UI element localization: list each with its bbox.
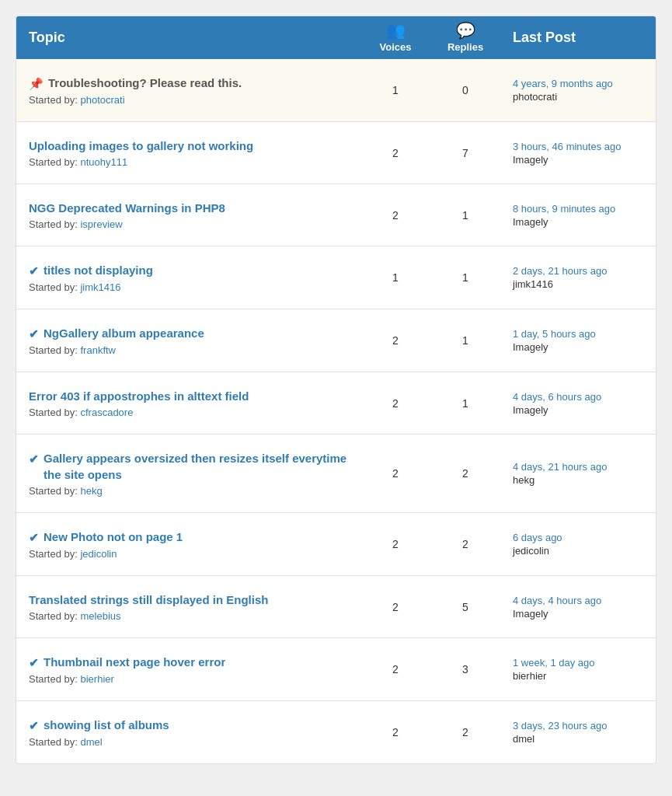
topic-title-link[interactable]: ✔ Thumbnail next page hover error	[29, 654, 348, 671]
voices-icon: 👥	[386, 23, 406, 38]
header-lastpost: Last Post	[500, 19, 656, 57]
voices-cell: 2	[360, 397, 430, 410]
resolved-icon: ✔	[29, 451, 39, 467]
starter-link[interactable]: dmel	[80, 736, 102, 748]
topic-title-text: NgGallery album appearance	[44, 325, 204, 341]
lastpost-cell: 4 days, 4 hours ago Imagely	[500, 588, 656, 626]
voices-cell: 2	[360, 209, 430, 222]
resolved-icon: ✔	[29, 529, 39, 546]
lastpost-author: Imagely	[513, 608, 643, 620]
topic-cell: ✔ New Photo not on page 1 Started by: je…	[16, 522, 360, 566]
starter-link[interactable]: photocrati	[80, 94, 124, 106]
lastpost-cell: 8 hours, 9 minutes ago Imagely	[500, 197, 656, 234]
topic-title-link[interactable]: Error 403 if appostrophes in alttext fie…	[29, 388, 348, 404]
lastpost-cell: 1 week, 1 day ago bierhier	[500, 651, 656, 688]
replies-cell: 5	[430, 601, 500, 613]
topic-cell: ✔ showing list of albums Started by: dme…	[16, 710, 360, 754]
replies-cell: 1	[430, 334, 500, 347]
topic-title-text: Gallery appears oversized then resizes i…	[44, 450, 348, 483]
topic-title-text: Uploading images to gallery not working	[29, 138, 253, 154]
replies-cell: 2	[430, 538, 500, 550]
replies-cell: 3	[430, 663, 500, 676]
replies-cell: 2	[430, 726, 500, 738]
replies-cell: 1	[430, 209, 500, 222]
table-row: NGG Deprecated Warnings in PHP8 Started …	[16, 184, 656, 246]
topic-starter: Started by: ntuohy111	[29, 156, 348, 168]
header-replies: 💬 Replies	[430, 16, 500, 59]
voices-cell: 2	[360, 147, 430, 159]
lastpost-author: Imagely	[513, 404, 643, 416]
lastpost-cell: 4 days, 21 hours ago hekg	[500, 455, 656, 492]
forum-table: Topic 👥 Voices 💬 Replies Last Post 📌 Tro…	[16, 16, 656, 764]
topic-cell: Uploading images to gallery not working …	[16, 131, 360, 174]
starter-link[interactable]: ispreview	[80, 218, 122, 230]
topic-starter: Started by: melebius	[29, 610, 348, 622]
topic-title-text: showing list of albums	[44, 717, 169, 733]
header-topic: Topic	[16, 19, 360, 57]
replies-icon: 💬	[456, 23, 475, 38]
topic-starter: Started by: ispreview	[29, 218, 348, 230]
starter-link[interactable]: hekg	[80, 485, 102, 497]
topic-title-link[interactable]: Uploading images to gallery not working	[29, 138, 348, 154]
lastpost-time: 4 years, 9 months ago	[513, 78, 643, 89]
voices-cell: 2	[360, 726, 430, 738]
lastpost-cell: 4 days, 6 hours ago Imagely	[500, 385, 656, 422]
table-row: ✔ NgGallery album appearance Started by:…	[16, 309, 656, 372]
table-row: ✔ Thumbnail next page hover error Starte…	[16, 638, 656, 701]
topic-title-link[interactable]: ✔ showing list of albums	[29, 717, 348, 734]
topic-starter: Started by: jedicolin	[29, 548, 348, 560]
resolved-icon: ✔	[29, 717, 39, 734]
replies-cell: 0	[430, 84, 500, 96]
lastpost-time: 3 days, 23 hours ago	[513, 720, 643, 731]
starter-link[interactable]: ntuohy111	[80, 156, 127, 168]
topic-title-link[interactable]: ✔ titles not displaying	[29, 262, 348, 279]
topic-title-text: New Photo not on page 1	[44, 529, 183, 545]
lastpost-author: Imagely	[513, 216, 643, 228]
starter-link[interactable]: cfrascadore	[80, 407, 133, 418]
lastpost-time: 4 days, 6 hours ago	[513, 391, 643, 403]
topic-title-link[interactable]: NGG Deprecated Warnings in PHP8	[29, 200, 348, 216]
starter-link[interactable]: jimk1416	[80, 281, 120, 293]
starter-link[interactable]: jedicolin	[80, 548, 117, 560]
topic-starter: Started by: cfrascadore	[29, 407, 348, 418]
lastpost-author: jedicolin	[513, 545, 643, 557]
table-row: ✔ showing list of albums Started by: dme…	[16, 701, 656, 763]
lastpost-time: 6 days ago	[513, 532, 643, 543]
topic-title-link[interactable]: Translated strings still displayed in En…	[29, 592, 348, 608]
topic-title-link[interactable]: ✔ New Photo not on page 1	[29, 529, 348, 546]
replies-cell: 2	[430, 467, 500, 480]
table-row: 📌 Troubleshooting? Please read this. Sta…	[16, 59, 656, 122]
lastpost-author: Imagely	[513, 154, 643, 166]
resolved-icon: ✔	[29, 326, 39, 342]
starter-link[interactable]: melebius	[80, 610, 120, 622]
topic-title-text: NGG Deprecated Warnings in PHP8	[29, 200, 225, 216]
topic-starter: Started by: dmel	[29, 736, 348, 748]
topic-title-link[interactable]: ✔ NgGallery album appearance	[29, 325, 348, 342]
topic-starter: Started by: frankftw	[29, 344, 348, 356]
topic-cell: ✔ Gallery appears oversized then resizes…	[16, 444, 360, 503]
topic-title-link[interactable]: 📌 Troubleshooting? Please read this.	[29, 75, 348, 92]
starter-link[interactable]: bierhier	[80, 673, 113, 685]
lastpost-cell: 1 day, 5 hours ago Imagely	[500, 322, 656, 359]
lastpost-time: 4 days, 4 hours ago	[513, 595, 643, 606]
table-row: ✔ titles not displaying Started by: jimk…	[16, 246, 656, 309]
topic-title-link[interactable]: ✔ Gallery appears oversized then resizes…	[29, 450, 348, 483]
lastpost-author: photocrati	[513, 91, 643, 103]
topic-title-text: Translated strings still displayed in En…	[29, 592, 268, 608]
lastpost-author: hekg	[513, 474, 643, 486]
table-row: Translated strings still displayed in En…	[16, 576, 656, 638]
lastpost-author: dmel	[513, 733, 643, 745]
table-row: Uploading images to gallery not working …	[16, 122, 656, 184]
table-row: ✔ Gallery appears oversized then resizes…	[16, 435, 656, 513]
topic-cell: Translated strings still displayed in En…	[16, 585, 360, 628]
topic-cell: ✔ Thumbnail next page hover error Starte…	[16, 648, 360, 691]
topic-cell: ✔ titles not displaying Started by: jimk…	[16, 256, 360, 299]
lastpost-cell: 6 days ago jedicolin	[500, 525, 656, 563]
lastpost-time: 4 days, 21 hours ago	[513, 461, 643, 473]
replies-cell: 7	[430, 147, 500, 159]
topic-title-text: titles not displaying	[44, 262, 153, 278]
starter-link[interactable]: frankftw	[80, 344, 116, 356]
voices-cell: 1	[360, 271, 430, 284]
topic-cell: NGG Deprecated Warnings in PHP8 Started …	[16, 194, 360, 236]
topic-starter: Started by: hekg	[29, 485, 348, 497]
